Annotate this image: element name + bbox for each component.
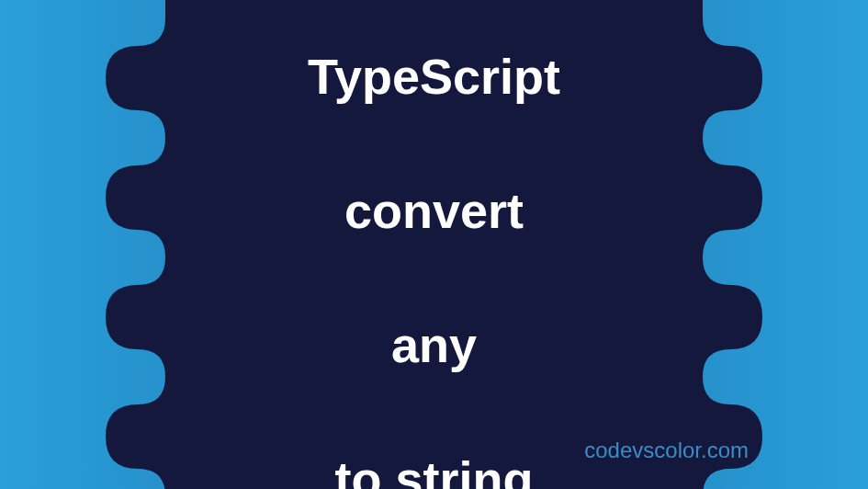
title-line-4: to string [335,451,534,489]
title-line-3: any [391,317,477,372]
title-line-1: TypeScript [308,49,560,104]
title-text: TypeScript convert any to string [308,0,560,489]
attribution-text: codevscolor.com [584,438,749,463]
banner-container: TypeScript convert any to string codevsc… [0,0,868,489]
title-line-2: convert [344,183,524,238]
